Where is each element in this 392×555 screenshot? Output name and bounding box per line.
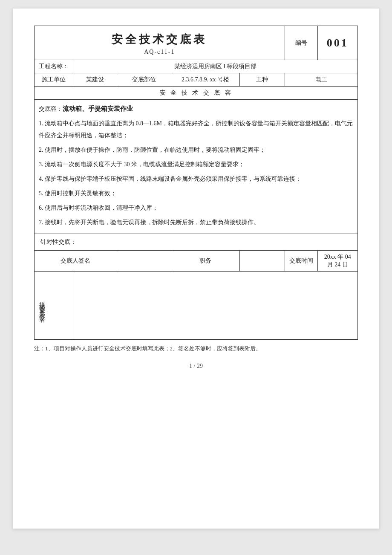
position-value bbox=[239, 251, 285, 272]
signer-label: 交底人签名 bbox=[35, 251, 117, 272]
position-label: 职务 bbox=[171, 251, 240, 272]
project-row: 工程名称： 某经济适用房南区 I 标段项目部 bbox=[35, 60, 358, 73]
time-value: 20xx 年 04 月 24 日 bbox=[317, 251, 357, 272]
trade-label: 工种 bbox=[239, 73, 285, 87]
content-cell: 交底容：流动箱、手提箱安装作业 1. 流动箱中心点与地面的垂直距离为 0.8—1… bbox=[35, 100, 358, 234]
handover-dept-label: 交底部位 bbox=[117, 73, 171, 87]
content-item-3: 3. 流动箱一次侧电源长度不大于 30 米，电缆载流量满足控制箱额定容量要求； bbox=[39, 159, 353, 171]
document-subtitle: AQ-c11-1 bbox=[35, 49, 285, 60]
targeted-row: 针对性交底： bbox=[35, 234, 358, 251]
handover-dept-value: 2.3.6.7.8.9. xx 号楼 bbox=[171, 73, 240, 87]
note-text: 注：1、项目对操作人员进行安全技术交底时填写此表；2、签名处不够时，应将签到表附… bbox=[34, 345, 261, 352]
biannum-label: 编号 bbox=[289, 39, 313, 47]
signer-row: 交底人签名 职务 交底时间 20xx 年 04 月 24 日 bbox=[35, 251, 358, 272]
content-item-2: 2. 使用时，摆放在便于操作，防雨，防砸位置，在临边使用时，要将流动箱固定固牢； bbox=[39, 144, 353, 156]
targeted-label: 针对性交底： bbox=[35, 234, 358, 251]
receiver-row: 接受交底人签名 bbox=[35, 272, 358, 340]
document-title: 安全技术交底表 bbox=[35, 26, 285, 49]
project-value: 某经济适用房南区 I 标段项目部 bbox=[73, 60, 358, 73]
content-item-5: 5. 使用时控制开关灵敏有效； bbox=[39, 188, 353, 199]
document-page: 安全技术交底表 AQ-c11-1 编号 001 工程名称： 某经济适用房南区 I… bbox=[13, 9, 379, 529]
content-section-title: 安 全 技 术 交 底 容 bbox=[35, 87, 358, 100]
section-header-row: 安 全 技 术 交 底 容 bbox=[35, 87, 358, 100]
signer-value bbox=[117, 251, 171, 272]
time-label: 交底时间 bbox=[285, 251, 317, 272]
content-item-7: 7. 接线时，先将开关断电，验电无误再接，拆除时先断后拆，禁止带负荷接线操作。 bbox=[39, 217, 353, 228]
title-row: 安全技术交底表 AQ-c11-1 编号 001 bbox=[35, 26, 358, 60]
construction-value: 某建设 bbox=[73, 73, 117, 87]
content-row: 交底容：流动箱、手提箱安装作业 1. 流动箱中心点与地面的垂直距离为 0.8—1… bbox=[35, 100, 358, 234]
construction-row: 施工单位 某建设 交底部位 2.3.6.7.8.9. xx 号楼 工种 电工 bbox=[35, 73, 358, 87]
receiver-label: 接受交底人签名 bbox=[37, 297, 46, 315]
project-label: 工程名称： bbox=[35, 60, 73, 73]
content-title-bold: 流动箱、手提箱安装作业 bbox=[63, 105, 133, 112]
construction-label: 施工单位 bbox=[35, 73, 73, 87]
content-item-1: 1. 流动箱中心点与地面的垂直距离为 0.8—1.6M，箱电器完好齐全，所控制的… bbox=[39, 118, 353, 142]
page-number: 1 / 29 bbox=[34, 363, 358, 370]
content-item-6: 6. 使用后与时将流动箱收回，清理干净入库； bbox=[39, 202, 353, 214]
content-intro-label: 交底容： bbox=[39, 106, 63, 112]
content-intro: 交底容：流动箱、手提箱安装作业 bbox=[39, 102, 353, 115]
content-item-4: 4. 保护零线与保护零端子板压按牢固，线路末端设备金属外壳必须采用保护接零，与系… bbox=[39, 173, 353, 185]
trade-value: 电工 bbox=[285, 73, 357, 87]
biannum-value: 001 bbox=[322, 37, 353, 49]
main-table: 安全技术交底表 AQ-c11-1 编号 001 工程名称： 某经济适用房南区 I… bbox=[34, 26, 358, 340]
note-row: 注：1、项目对操作人员进行安全技术交底时填写此表；2、签名处不够时，应将签到表附… bbox=[34, 345, 358, 353]
receiver-signature-area bbox=[73, 272, 358, 340]
